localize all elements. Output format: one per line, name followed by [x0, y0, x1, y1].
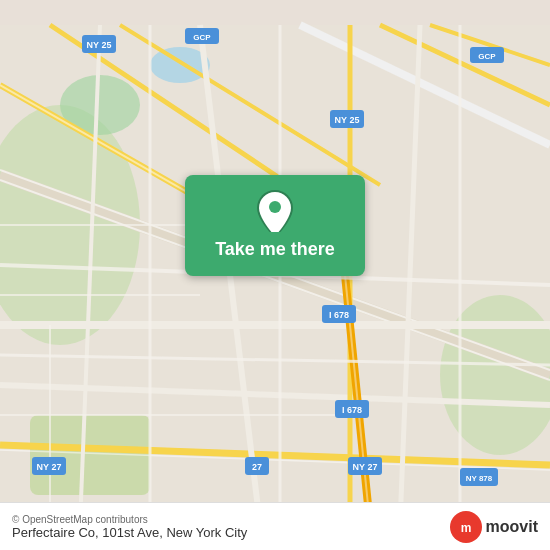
moovit-icon: m [450, 511, 482, 543]
bottom-bar: © OpenStreetMap contributors Perfectaire… [0, 502, 550, 550]
svg-text:NY 27: NY 27 [353, 462, 378, 472]
take-me-there-button[interactable]: Take me there [185, 175, 365, 276]
svg-text:NY 25: NY 25 [87, 40, 112, 50]
svg-text:GCP: GCP [478, 52, 496, 61]
take-me-there-label: Take me there [215, 239, 335, 260]
svg-text:GCP: GCP [193, 33, 211, 42]
moovit-logo: m moovit [450, 511, 538, 543]
moovit-text: moovit [486, 518, 538, 536]
svg-text:27: 27 [252, 462, 262, 472]
svg-text:I 678: I 678 [342, 405, 362, 415]
bottom-left-info: © OpenStreetMap contributors Perfectaire… [12, 514, 247, 540]
svg-text:I 678: I 678 [329, 310, 349, 320]
svg-text:NY 27: NY 27 [37, 462, 62, 472]
svg-text:NY 878: NY 878 [466, 474, 493, 483]
svg-text:NY 25: NY 25 [335, 115, 360, 125]
attribution-text: © OpenStreetMap contributors [12, 514, 247, 525]
svg-point-55 [269, 201, 281, 213]
svg-text:m: m [460, 521, 471, 535]
address-text: Perfectaire Co, 101st Ave, New York City [12, 525, 247, 540]
location-pin-icon [255, 191, 295, 231]
map-container: NY 25 GCP NY 25 GCP I 678 I 678 NY 27 27… [0, 0, 550, 550]
